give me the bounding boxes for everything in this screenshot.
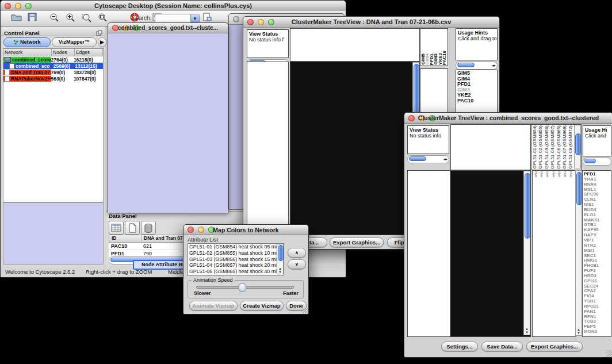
search-label: Search: (132, 15, 151, 21)
column-label[interactable]: GPL51-07 (GSM868) (562, 125, 568, 169)
tv1-column-dendrogram[interactable] (290, 28, 420, 62)
tv2-detail-column-labels: GPL51-01 (GSM854)GPL51-02 (GSM855)GPL51-… (533, 171, 574, 177)
network-row-combined-scores[interactable]: combined_scores 2764(0) 16218(0) (3, 56, 103, 63)
network-row-selected[interactable]: combined_sco 2569(6) 13112(15) (3, 63, 103, 69)
treeview2-titlebar[interactable]: ClusterMaker TreeView : combined_scores_… (404, 113, 612, 124)
column-header[interactable]: Edges (75, 49, 103, 56)
tv2-labels-vscrollbar[interactable] (574, 125, 581, 168)
attribute-table-icon[interactable] (109, 221, 124, 235)
edges-count: 107847(0) (74, 76, 103, 82)
scrollbar-thumb[interactable] (575, 133, 581, 155)
attribute-item[interactable]: GPL51-02 (GSM855) heat shock 10 min (188, 250, 284, 256)
tv1-export-graphics-button[interactable]: Export Graphics... (330, 237, 384, 247)
scroll-arrows-icon[interactable]: ◂▸ (492, 63, 496, 68)
treeview1-titlebar[interactable]: ClusterMaker TreeView : DNA and Tran 07-… (243, 17, 499, 28)
attribute-item[interactable]: GPL51-04 (GSM857) heat shock 20 min (188, 262, 284, 269)
column-label[interactable]: GPL51-01 (GSM854) (532, 125, 538, 169)
zoom-fit-icon[interactable] (96, 13, 109, 24)
edges-count: 183728(0) (74, 70, 103, 75)
column-label[interactable]: PAC10 (442, 51, 446, 65)
attribute-listbox[interactable]: GPL51-01 (GSM854) heat shock 05 minGPL51… (188, 243, 284, 276)
create-vizmap-button[interactable]: Create Vizmap (240, 301, 284, 311)
tv2-detail-view[interactable]: GPL51-01 (GSM854)GPL51-02 (GSM855)GPL51-… (532, 170, 576, 337)
network-table-header: Network Nodes Edges (3, 48, 103, 56)
zoom-out-icon[interactable] (48, 13, 60, 24)
tab-vizmapper[interactable]: VizMapper™ (52, 37, 97, 47)
scrollbar-thumb[interactable] (576, 172, 582, 205)
dialog-title: Map Colors to Network (183, 227, 308, 233)
attribute-item[interactable]: GPL51-03 (GSM856) heat shock 15 min (188, 256, 284, 263)
zoom-in-icon[interactable] (64, 13, 76, 24)
column-header[interactable]: Nodes (52, 49, 75, 56)
animation-speed-label: Animation Speed (192, 277, 235, 283)
tv2-status-scrollbar[interactable]: ◂▸ (407, 155, 449, 163)
scroll-arrows-icon[interactable]: ▲▼ (277, 267, 283, 274)
dialog-titlebar[interactable]: Map Colors to Network (183, 225, 308, 235)
attribute-item[interactable]: GPL51-01 (GSM854) heat shock 05 min (188, 244, 284, 250)
move-down-button[interactable]: ∨ (288, 259, 306, 269)
tab-network[interactable]: Network (3, 37, 51, 47)
tv2-settings-button[interactable]: Settings... (441, 342, 478, 351)
network-row-rnapuber[interactable]: RNAPuberNov2+ 563(0) 107847(0) (3, 75, 103, 82)
scrollbar-thumb[interactable] (278, 245, 284, 261)
tv2-heatmap[interactable]: ▲▼ (450, 170, 531, 337)
row-label[interactable]: PAC10 (457, 98, 473, 104)
network-canvas[interactable] (109, 33, 226, 212)
network-view-titlebar[interactable]: combined_scores_good.txt--cluste... (108, 23, 228, 33)
tv1-hints-scrollbar[interactable]: ◂▸ (456, 62, 498, 70)
scrollbar-thumb[interactable] (525, 173, 530, 239)
resize-grip[interactable] (301, 307, 308, 313)
chevron-down-icon[interactable]: ▼ (190, 14, 199, 23)
column-label[interactable]: GPL51-02 (GSM855) (538, 125, 544, 169)
view-status-title: View Status (247, 30, 288, 37)
new-attribute-icon[interactable] (125, 221, 140, 235)
attribute-list-vscrollbar[interactable]: ▲▼ (277, 244, 284, 274)
column-header-id[interactable]: ID (109, 235, 141, 242)
tab-overflow-arrow[interactable]: ▶ (98, 37, 106, 47)
close-icon[interactable] (233, 16, 239, 22)
scrollbar-thumb[interactable] (409, 156, 426, 161)
gene-label[interactable]: MON2 (584, 329, 599, 335)
tv2-usage-hints: Usage Hi Click and (583, 125, 611, 156)
scrollbar-thumb[interactable] (457, 63, 475, 67)
delete-attribute-icon[interactable] (141, 221, 156, 235)
scrollbar-thumb[interactable] (414, 64, 419, 113)
zoom-selected-icon[interactable] (80, 13, 93, 24)
scroll-arrows-icon[interactable]: ▲▼ (524, 327, 530, 334)
resize-grip[interactable] (606, 350, 612, 357)
control-panel: Control Panel Network VizMapper™ ▶ Netwo… (2, 27, 105, 266)
column-label[interactable]: GPL51-08 (GSM872) (568, 125, 573, 169)
tv2-heatmap-vscrollbar[interactable]: ▲▼ (523, 171, 530, 335)
tv1-mini-matrix[interactable] (421, 70, 446, 96)
tv2-export-graphics-button[interactable]: Export Graphics... (526, 342, 583, 351)
scrollbar-thumb[interactable] (584, 159, 596, 163)
attribute-item[interactable]: GPL51-07 (GSM868) heat shock 60 min (188, 275, 284, 276)
network-row-dna-tran[interactable]: DNA and Tran 07 769(0) 183728(0) (3, 69, 103, 75)
main-window-titlebar[interactable]: Cytoscape Desktop (Session Name: collins… (1, 1, 346, 12)
scroll-arrows-icon[interactable]: ▲▼ (576, 328, 582, 335)
tv2-save-data-button[interactable]: Save Data... (481, 342, 523, 351)
tv1-column-labels: GIM5GIM4PFD1GIM3YKE2PAC10 (421, 29, 446, 65)
scroll-arrows-icon[interactable]: ◂▸ (443, 157, 447, 162)
birdseye-view[interactable] (3, 202, 104, 265)
tv2-column-labels: GPL51-01 (GSM854)GPL51-02 (GSM855)GPL51-… (532, 125, 574, 169)
column-label-micro: GPL51-01 (GSM854) (533, 171, 539, 177)
open-folder-icon[interactable] (10, 13, 22, 24)
column-label[interactable]: GPL51-06 (GSM865) (556, 125, 562, 169)
tv1-heatmap[interactable]: ▲▼ (290, 62, 420, 235)
move-up-button[interactable]: ∧ (288, 248, 306, 258)
column-label[interactable]: GPL51-04 (GSM857) (550, 125, 556, 169)
tv2-row-dendrogram[interactable] (407, 170, 450, 337)
tv2-column-dendrogram[interactable] (450, 124, 531, 170)
tab-network-label: Network (20, 39, 41, 45)
tv2-hints-scrollbar[interactable] (583, 158, 611, 166)
slider-thumb[interactable] (239, 283, 246, 292)
column-header[interactable]: Network (3, 49, 52, 56)
data-panel-title: Data Panel (109, 213, 137, 219)
tv2-detail-vscrollbar[interactable]: ▲▼ (575, 170, 582, 336)
tv1-row-dendrogram[interactable] (247, 62, 289, 235)
column-label[interactable]: GPL51-03 (GSM856) (544, 125, 550, 169)
animate-vizmap-button[interactable]: Animate Vizmap (189, 301, 238, 311)
attribute-item[interactable]: GPL51-06 (GSM865) heat shock 40 min (188, 269, 284, 275)
save-icon[interactable] (26, 13, 39, 24)
